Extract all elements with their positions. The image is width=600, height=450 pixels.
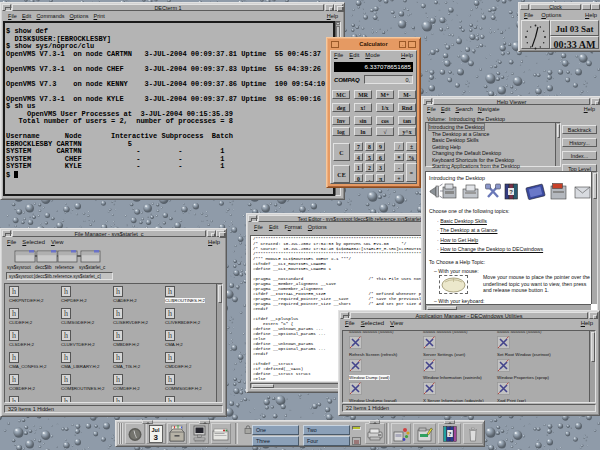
svg-text:3: 3 (154, 433, 159, 442)
svg-text:?: ? (448, 430, 451, 437)
svg-text:?: ? (509, 189, 513, 195)
